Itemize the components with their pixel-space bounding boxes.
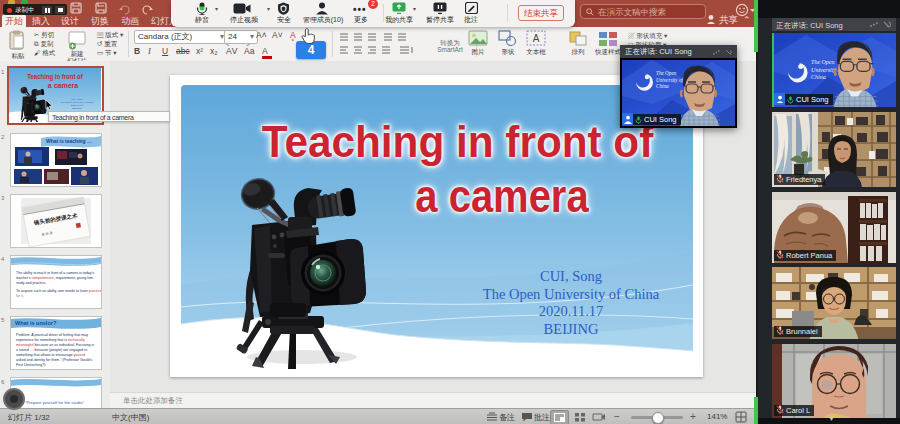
svg-text:“Prepare yourself for the stud: “Prepare yourself for the studio”	[25, 400, 84, 405]
svg-text:a sound … because (people) are: a sound … because (people) are engaged i…	[16, 348, 87, 352]
svg-text:experience for something that: experience for something that is technic…	[16, 338, 85, 342]
svg-text:study and practice.: study and practice.	[16, 281, 46, 285]
svg-text:Problem: A practical driver of: Problem: A practical driver of feeling t…	[16, 333, 88, 337]
svg-text:teacher's competencies, requir: teacher's competencies, requirement, giv…	[16, 276, 93, 280]
svg-text:asked and identity for them.”: asked and identity for them.” (Professor…	[16, 358, 92, 362]
svg-text:To acquire such an ability, on: To acquire such an ability, one needs to…	[16, 289, 101, 293]
svg-text:The Open: The Open	[656, 70, 677, 76]
svg-text:What is unslor?: What is unslor?	[15, 320, 57, 326]
svg-text:A: A	[533, 33, 540, 44]
svg-text:The ability to teach in front: The ability to teach in front of a camer…	[16, 271, 94, 275]
svg-text:First Unteaching?): First Unteaching?)	[16, 363, 45, 367]
svg-text:for it.: for it.	[16, 294, 24, 298]
svg-text:What is teaching …: What is teaching …	[46, 138, 92, 144]
svg-text:China: China	[656, 83, 669, 89]
svg-text:University of: University of	[656, 77, 684, 83]
svg-text:meaningful because an as indiv: meaningful because an as individual. Foc…	[16, 343, 94, 347]
svg-text:something that allows to encou: something that allows to encourage youse…	[16, 353, 85, 357]
